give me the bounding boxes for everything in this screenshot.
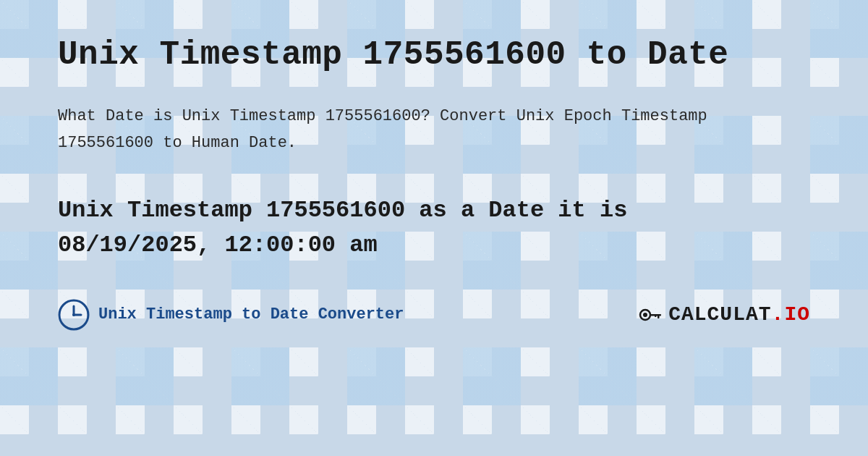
logo-text-part2: .IO (772, 303, 810, 326)
result-line2: 08/19/2025, 12:00:00 am (58, 232, 378, 258)
page-description: What Date is Unix Timestamp 1755561600? … (58, 103, 810, 157)
logo-text-part1: CALCULAT (668, 303, 771, 326)
footer-left: Unix Timestamp to Date Converter (58, 299, 404, 331)
result-section: Unix Timestamp 1755561600 as a Date it i… (58, 193, 810, 263)
footer: Unix Timestamp to Date Converter CALCULA… (58, 299, 810, 331)
svg-rect-8 (655, 314, 657, 317)
svg-point-5 (643, 313, 647, 317)
clock-icon (58, 299, 90, 331)
page-title: Unix Timestamp 1755561600 to Date (58, 36, 810, 74)
result-line1: Unix Timestamp 1755561600 as a Date it i… (58, 197, 627, 224)
logo-icon (638, 302, 664, 328)
logo-text: CALCULAT.IO (668, 303, 810, 326)
logo-area: CALCULAT.IO (638, 302, 810, 328)
result-text: Unix Timestamp 1755561600 as a Date it i… (58, 193, 810, 263)
svg-point-3 (72, 313, 75, 316)
svg-rect-7 (658, 314, 660, 318)
footer-label[interactable]: Unix Timestamp to Date Converter (98, 305, 404, 324)
